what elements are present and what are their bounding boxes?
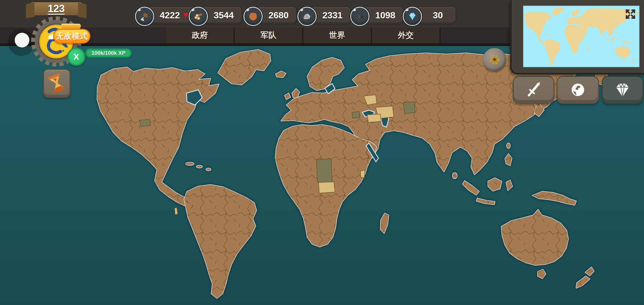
globe-icon [569, 81, 587, 99]
settings-button[interactable] [483, 48, 506, 71]
minimap[interactable] [523, 6, 639, 67]
level-number: 123 [48, 3, 65, 15]
battle-button[interactable] [513, 76, 554, 104]
hudson-bay [186, 90, 202, 105]
coal-icon [350, 7, 369, 26]
stone-value: 2331 [315, 10, 342, 21]
floating-white-button[interactable] [15, 33, 29, 47]
gear-icon [488, 53, 501, 66]
tab-army[interactable]: 军队 [234, 27, 302, 43]
stone-icon [297, 7, 317, 26]
world-select-button[interactable] [556, 76, 599, 104]
xp-text: 100k/100k XP [92, 50, 125, 56]
coal-value: 1098 [368, 10, 395, 21]
level-banner: 123 [31, 2, 81, 15]
close-mode-button[interactable]: X [67, 48, 85, 66]
diamond-icon [613, 81, 632, 99]
wood-value: 3544 [206, 10, 234, 21]
hide-icon [243, 7, 263, 26]
sword-icon [524, 80, 543, 100]
invincible-mode-badge: 无敌模式 [53, 29, 90, 43]
logs-icon [189, 7, 208, 26]
minimap-panel [510, 0, 644, 75]
expand-arrows-icon[interactable] [625, 8, 636, 20]
game-screen: 政府 军队 世界 外交 4222 ▼ 3544 [0, 0, 644, 305]
xp-progress-bar: 100k/100k XP [86, 49, 131, 57]
diamond-icon [403, 7, 422, 26]
leather-value: 2680 [261, 10, 288, 21]
hourglass-icon [47, 73, 66, 94]
drumstick-icon [135, 7, 154, 26]
premium-shop-button[interactable] [602, 76, 643, 104]
food-value: 4222 [153, 10, 180, 21]
speed-up-button[interactable] [43, 69, 71, 98]
tab-government[interactable]: 政府 [166, 27, 234, 43]
gems-value: 30 [425, 10, 443, 21]
tab-world[interactable]: 世界 [302, 27, 371, 43]
tab-diplomacy[interactable]: 外交 [371, 27, 441, 43]
main-tabs: 政府 军队 世界 外交 [166, 27, 441, 43]
